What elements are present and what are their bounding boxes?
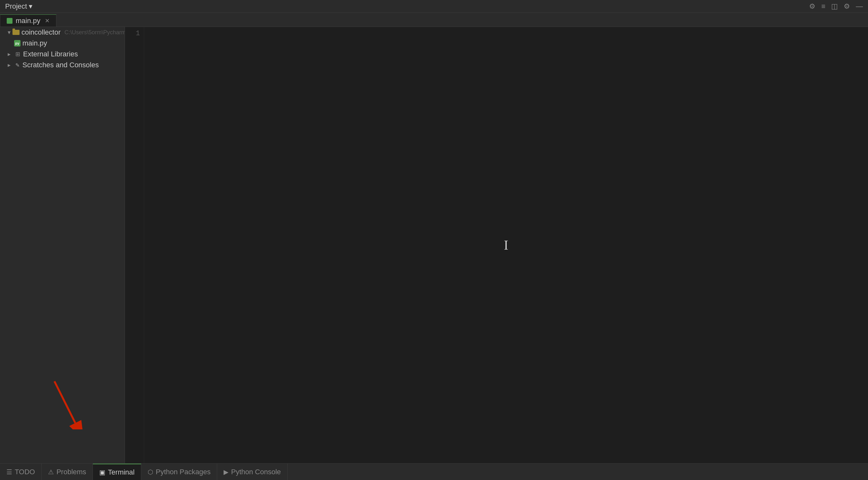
config-icon[interactable]: ⚙ — [844, 2, 850, 10]
line-numbers: 1 — [125, 27, 144, 463]
tab-close-icon[interactable]: ✕ — [45, 17, 50, 24]
arrow-annotation — [45, 378, 83, 431]
tab-problems-label: Problems — [56, 468, 86, 476]
sidebar-item-external-libraries[interactable]: ▸ ⊞ External Libraries — [0, 49, 125, 60]
title-bar: Project ▾ ⚙ ≡ ◫ ⚙ — — [0, 0, 868, 13]
problems-icon: ⚠ — [48, 468, 54, 476]
tab-bar: main.py ✕ — [0, 13, 868, 27]
tab-python-console[interactable]: ▶ Python Console — [217, 464, 287, 480]
title-bar-icons: ⚙ ≡ ◫ ⚙ — — [809, 2, 863, 10]
settings-icon[interactable]: ⚙ — [809, 2, 815, 10]
layout-icon[interactable]: ◫ — [831, 2, 838, 10]
sidebar-item-scratches-label: Scratches and Consoles — [23, 61, 99, 69]
chevron-down-icon: ▾ — [8, 29, 10, 36]
tab-python-console-label: Python Console — [231, 468, 281, 476]
svg-line-1 — [55, 381, 75, 423]
sidebar-item-scratches[interactable]: ▸ ✎ Scratches and Consoles — [0, 60, 125, 70]
line-number-1: 1 — [125, 29, 140, 37]
chevron-right-icon: ▸ — [8, 51, 12, 58]
menu-icon[interactable]: ≡ — [821, 2, 826, 10]
minimize-icon[interactable]: — — [856, 2, 863, 10]
tab-python-packages[interactable]: ⬡ Python Packages — [141, 464, 217, 480]
tab-main-py[interactable]: main.py ✕ — [0, 14, 56, 27]
editor-area[interactable]: 1 I — [125, 27, 868, 463]
project-dropdown[interactable]: Project ▾ — [5, 2, 32, 10]
external-libraries-icon: ⊞ — [14, 51, 21, 57]
python-packages-icon: ⬡ — [148, 468, 153, 476]
terminal-icon: ▣ — [99, 469, 105, 476]
tab-terminal[interactable]: ▣ Terminal — [93, 464, 141, 480]
tab-terminal-label: Terminal — [108, 468, 134, 477]
text-cursor: I — [504, 238, 508, 252]
tab-python-packages-label: Python Packages — [156, 468, 211, 476]
project-label: Project — [5, 2, 27, 10]
red-arrow-svg — [45, 378, 83, 429]
scratch-icon: ✎ — [14, 62, 21, 68]
editor-content[interactable]: I — [144, 27, 868, 463]
sidebar: ▾ coincollector C:\Users\5orm\PycharmPro… — [0, 27, 125, 463]
project-dropdown-icon: ▾ — [29, 2, 32, 10]
tab-python-icon — [7, 18, 12, 24]
tab-todo[interactable]: ☰ TODO — [0, 464, 42, 480]
chevron-right-icon2: ▸ — [8, 62, 12, 68]
python-file-icon: py — [14, 40, 21, 47]
todo-icon: ☰ — [6, 468, 12, 476]
tab-label: main.py — [16, 17, 40, 25]
tab-todo-label: TODO — [15, 468, 35, 476]
python-console-icon: ▶ — [223, 468, 228, 476]
sidebar-item-coincollector-label: coincollector — [22, 28, 61, 36]
bottom-bar: ☰ TODO ⚠ Problems ▣ Terminal ⬡ Python Pa… — [0, 463, 868, 480]
sidebar-item-main-py-label: main.py — [23, 39, 47, 48]
main-area: ▾ coincollector C:\Users\5orm\PycharmPro… — [0, 27, 868, 463]
sidebar-item-coincollector[interactable]: ▾ coincollector C:\Users\5orm\PycharmPro… — [0, 27, 125, 38]
folder-open-icon — [12, 30, 20, 35]
sidebar-item-external-libraries-label: External Libraries — [23, 50, 78, 58]
tab-problems[interactable]: ⚠ Problems — [42, 464, 93, 480]
sidebar-item-main-py[interactable]: py main.py — [0, 38, 125, 49]
